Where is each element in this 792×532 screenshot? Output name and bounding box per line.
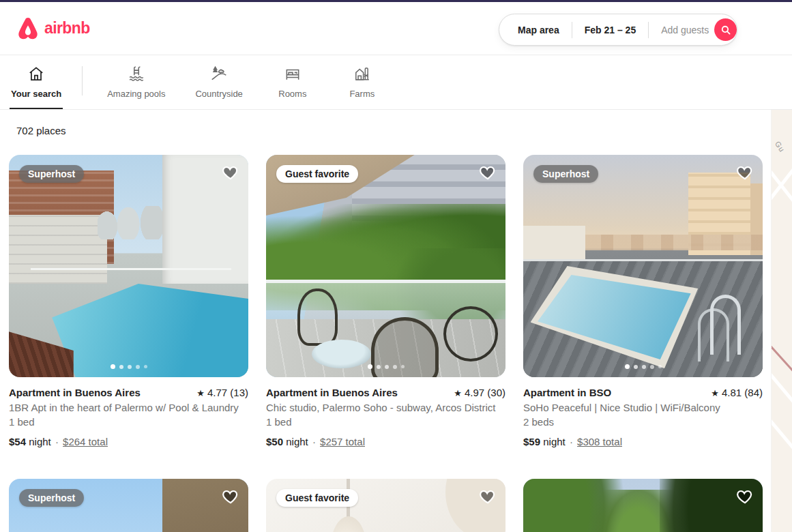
tab-label: Amazing pools xyxy=(107,89,165,99)
heart-icon xyxy=(479,488,497,505)
price-separator: · xyxy=(568,436,574,447)
price-total-link[interactable]: $257 total xyxy=(320,436,365,447)
search-results: 702 places Superhost xyxy=(0,110,792,532)
countryside-icon xyxy=(210,65,228,83)
price-separator: · xyxy=(311,436,317,447)
heart-icon xyxy=(222,488,239,505)
listing-meta: Apartment in Buenos Aires ★ 4.97 (30) Ch… xyxy=(266,377,505,449)
house-icon xyxy=(27,65,45,83)
carousel-dots[interactable] xyxy=(266,364,505,369)
listing-title: Apartment in BSO xyxy=(523,386,611,400)
search-dates[interactable]: Feb 21 – 25 xyxy=(572,25,649,35)
tab-countryside[interactable]: Countryside xyxy=(191,55,246,109)
listing-title: Apartment in Buenos Aires xyxy=(9,386,141,400)
rating-value: 4.81 (84) xyxy=(722,387,763,398)
listing-meta: Apartment in Buenos Aires ★ 4.77 (13) 1B… xyxy=(9,377,248,449)
carousel-dots[interactable] xyxy=(9,364,248,369)
listing-subtitle: SoHo Peaceful | Nice Studio | WiFi/Balco… xyxy=(523,400,763,415)
photo-railing xyxy=(31,268,232,270)
tab-amazing-pools[interactable]: Amazing pools xyxy=(103,55,169,109)
listing-card[interactable]: Guest favorite xyxy=(266,479,505,532)
photo-pool xyxy=(52,284,248,377)
tab-your-search[interactable]: Your search xyxy=(7,55,65,109)
pool-icon xyxy=(128,65,145,83)
superhost-badge: Superhost xyxy=(19,489,84,507)
favorite-button[interactable] xyxy=(479,164,497,183)
heart-icon xyxy=(479,164,497,181)
listings-grid-row2: Superhost Guest favorite xyxy=(9,479,792,532)
bed-icon xyxy=(284,65,302,83)
listing-rating: ★ 4.77 (13) xyxy=(196,386,248,400)
price-unit: night xyxy=(543,436,566,447)
price-total-link[interactable]: $308 total xyxy=(577,436,622,447)
favorite-button[interactable] xyxy=(479,488,497,507)
price-amount: $50 xyxy=(266,436,283,447)
carousel-dots[interactable] xyxy=(523,364,763,369)
listing-photo[interactable]: Superhost xyxy=(9,155,248,377)
listings-grid-row1: Superhost Apartment in Buenos Aires ★ 4.… xyxy=(9,155,792,449)
listing-rating: ★ 4.97 (30) xyxy=(454,386,505,400)
superhost-badge: Superhost xyxy=(19,165,84,183)
guest-favorite-badge: Guest favorite xyxy=(276,489,358,507)
price-amount: $54 xyxy=(9,436,26,447)
airbnb-logo[interactable]: airbnb xyxy=(16,16,90,41)
search-bar[interactable]: Map area Feb 21 – 25 Add guests xyxy=(499,14,737,46)
tabs-divider xyxy=(82,66,83,95)
heart-icon xyxy=(736,164,754,181)
listing-card[interactable]: Superhost Apartment in BSO ★ 4.81 (84) S… xyxy=(523,155,763,449)
tab-label: Countryside xyxy=(195,89,242,99)
photo-water-tanks xyxy=(98,206,164,239)
listing-beds: 1 bed xyxy=(266,415,505,429)
listing-photo[interactable]: Superhost xyxy=(523,155,763,377)
map-street-label: Gu xyxy=(774,140,787,154)
listing-price: $50 night · $257 total xyxy=(266,434,505,449)
search-location[interactable]: Map area xyxy=(499,25,572,35)
listing-photo[interactable] xyxy=(523,479,763,532)
price-separator: · xyxy=(54,436,60,447)
star-icon: ★ xyxy=(454,388,462,398)
price-total-link[interactable]: $264 total xyxy=(63,436,108,447)
price-amount: $59 xyxy=(523,436,540,447)
tab-rooms[interactable]: Rooms xyxy=(269,55,317,109)
map-road xyxy=(772,417,792,450)
listing-card[interactable]: Superhost Apartment in Buenos Aires ★ 4.… xyxy=(9,155,248,449)
listing-card[interactable]: Superhost xyxy=(9,479,248,532)
listing-price: $59 night · $308 total xyxy=(523,434,763,449)
favorite-button[interactable] xyxy=(222,488,239,507)
airbnb-belo-icon xyxy=(16,16,40,41)
photo-white-building xyxy=(9,215,107,284)
search-guests[interactable]: Add guests xyxy=(649,25,714,35)
favorite-button[interactable] xyxy=(736,488,754,507)
price-unit: night xyxy=(29,436,51,447)
map-road xyxy=(772,370,792,404)
search-icon xyxy=(721,25,731,35)
listing-photo[interactable]: Guest favorite xyxy=(266,479,505,532)
listing-price: $54 night · $264 total xyxy=(9,434,248,449)
tab-label: Rooms xyxy=(278,89,306,99)
listing-card[interactable]: Guest favorite Apartment in Buenos Aires… xyxy=(266,155,505,449)
favorite-button[interactable] xyxy=(736,164,754,183)
map-preview[interactable]: Gu xyxy=(772,110,792,532)
listing-photo[interactable]: Guest favorite xyxy=(266,155,505,377)
photo-chair xyxy=(297,289,338,346)
results-count: 702 places xyxy=(9,125,792,136)
tab-label: Farms xyxy=(349,89,375,99)
tab-farms[interactable]: Farms xyxy=(338,55,386,109)
category-tabs: Your search Amazing pools Countryside Ro… xyxy=(0,55,792,110)
listing-beds: 1 bed xyxy=(9,415,248,429)
listing-subtitle: 1BR Apt in the heart of Palermo w/ Pool … xyxy=(9,400,248,415)
listing-rating: ★ 4.81 (84) xyxy=(711,386,763,400)
star-icon: ★ xyxy=(711,388,719,398)
price-unit: night xyxy=(286,436,308,447)
tab-label: Your search xyxy=(11,89,61,99)
listing-title: Apartment in Buenos Aires xyxy=(266,386,398,400)
heart-icon xyxy=(736,488,754,505)
rating-value: 4.97 (30) xyxy=(465,387,505,398)
listing-subtitle: Chic studio, Palermo Soho - subway, Arco… xyxy=(266,400,505,415)
listing-card[interactable] xyxy=(523,479,763,532)
barn-icon xyxy=(353,65,371,83)
listing-photo[interactable]: Superhost xyxy=(9,479,248,532)
logo-wordmark: airbnb xyxy=(44,19,90,38)
search-button[interactable] xyxy=(714,18,737,41)
favorite-button[interactable] xyxy=(222,164,239,183)
